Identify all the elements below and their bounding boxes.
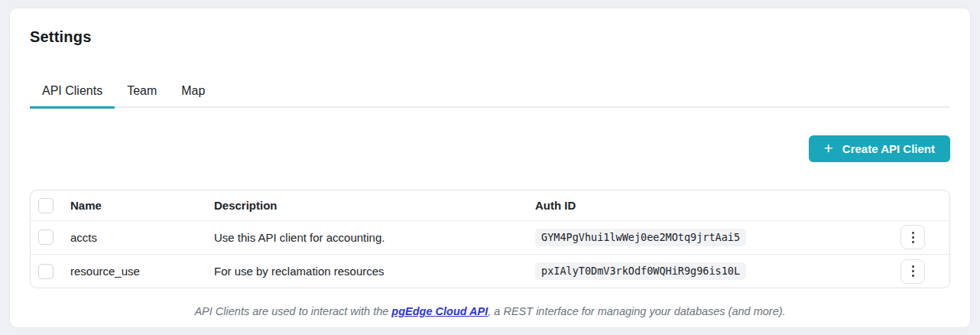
tab-api-clients[interactable]: API Clients [30,78,115,109]
page-title: Settings [30,28,950,46]
tab-bar: API Clients Team Map [30,78,950,108]
column-header-description: Description [214,190,535,220]
row-actions-button[interactable] [900,259,925,284]
auth-id-badge: pxIAlyT0DmV3rkOdf0WQHiR9g96is10L [535,262,746,280]
toolbar: + Create API Client [30,135,950,162]
footer-note: API Clients are used to interact with th… [30,305,950,317]
kebab-menu-icon [912,236,914,239]
tab-map[interactable]: Map [169,78,217,108]
client-description: Use this API client for accounting. [214,220,535,254]
client-description: For use by reclamation resources [214,254,535,288]
select-all-checkbox[interactable] [38,198,54,213]
api-clients-table: Name Description Auth ID accts Use this … [30,190,950,288]
row-checkbox[interactable] [38,229,54,245]
row-actions-button[interactable] [900,225,925,249]
settings-card: Settings API Clients Team Map + Create A… [9,8,971,328]
footer-text-after: , a REST interface for managing your dat… [488,305,785,317]
column-header-auth-id: Auth ID [535,190,900,220]
create-api-client-button[interactable]: + Create API Client [809,135,950,162]
create-api-client-label: Create API Client [842,142,935,155]
auth-id-badge: GYM4PgVhui1lwWej0ee2MOtq9jrtAai5 [535,229,746,246]
row-checkbox[interactable] [38,264,54,279]
tab-team[interactable]: Team [115,78,169,108]
column-header-name: Name [70,190,214,220]
table-row: accts Use this API client for accounting… [31,220,949,254]
kebab-menu-icon [912,270,914,272]
footer-text-before: API Clients are used to interact with th… [194,305,391,317]
client-name: accts [70,220,214,254]
pgedge-cloud-api-link[interactable]: pgEdge Cloud API [391,305,488,317]
table-row: resource_use For use by reclamation reso… [31,254,949,288]
client-name: resource_use [70,254,214,288]
table-header-row: Name Description Auth ID [31,190,949,220]
plus-icon: + [824,140,833,156]
